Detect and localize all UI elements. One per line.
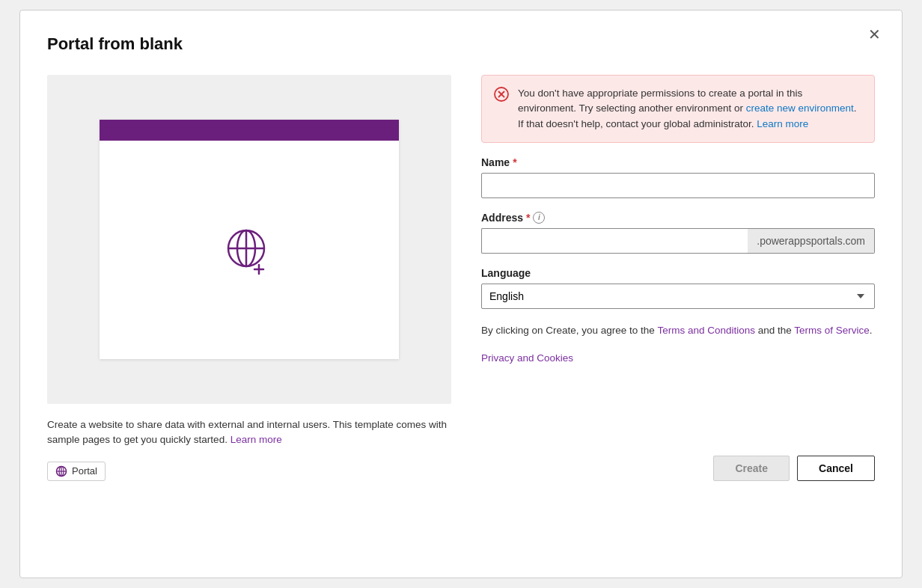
tag-globe-icon: [55, 465, 67, 477]
language-select[interactable]: English French Spanish German Japanese: [481, 284, 875, 309]
dialog-title: Portal from blank: [47, 34, 875, 54]
address-input-row: .powerappsportals.com: [481, 228, 875, 254]
tag-label: Portal: [72, 465, 97, 477]
privacy-container: Privacy and Cookies: [481, 352, 875, 364]
name-form-group: Name *: [481, 156, 875, 198]
address-label: Address * i: [481, 212, 875, 224]
name-label: Name *: [481, 156, 875, 168]
create-button[interactable]: Create: [713, 456, 790, 481]
content-area: Create a website to share data with exte…: [47, 75, 875, 481]
error-banner: You don't have appropriate permissions t…: [481, 75, 875, 143]
terms-text: By clicking on Create, you agree to the …: [481, 322, 875, 339]
right-panel: You don't have appropriate permissions t…: [481, 75, 875, 481]
preview-globe-area: [100, 141, 399, 359]
address-suffix: .powerappsportals.com: [748, 228, 875, 254]
error-text: You don't have appropriate permissions t…: [518, 86, 862, 132]
left-description: Create a website to share data with exte…: [47, 417, 451, 448]
address-input[interactable]: [481, 228, 748, 254]
left-panel: Create a website to share data with exte…: [47, 75, 451, 481]
portal-tag-badge: Portal: [47, 462, 106, 481]
language-select-wrapper: English French Spanish German Japanese: [481, 284, 875, 309]
dialog-footer: Create Cancel: [481, 426, 875, 481]
preview-inner: [100, 120, 399, 359]
address-info-icon: i: [533, 212, 545, 224]
terms-service-link[interactable]: Terms of Service: [794, 325, 870, 336]
error-learn-more-link[interactable]: Learn more: [757, 118, 808, 129]
portal-dialog: Portal from blank ✕: [19, 10, 903, 578]
address-form-group: Address * i .powerappsportals.com: [481, 212, 875, 254]
privacy-cookies-link[interactable]: Privacy and Cookies: [481, 352, 573, 364]
language-form-group: Language English French Spanish German J…: [481, 267, 875, 309]
description-learn-more-link[interactable]: Learn more: [230, 434, 282, 445]
globe-plus-icon: [219, 220, 279, 280]
close-button[interactable]: ✕: [868, 27, 881, 42]
create-new-env-link[interactable]: create new environment: [746, 102, 854, 114]
preview-header-bar: [100, 120, 399, 141]
terms-conditions-link[interactable]: Terms and Conditions: [657, 325, 755, 336]
language-label: Language: [481, 267, 875, 279]
address-required-star: *: [526, 212, 530, 224]
preview-box: [47, 75, 451, 404]
error-icon: [494, 87, 509, 102]
cancel-button[interactable]: Cancel: [797, 456, 875, 481]
name-input[interactable]: [481, 173, 875, 198]
name-required-star: *: [513, 156, 516, 168]
